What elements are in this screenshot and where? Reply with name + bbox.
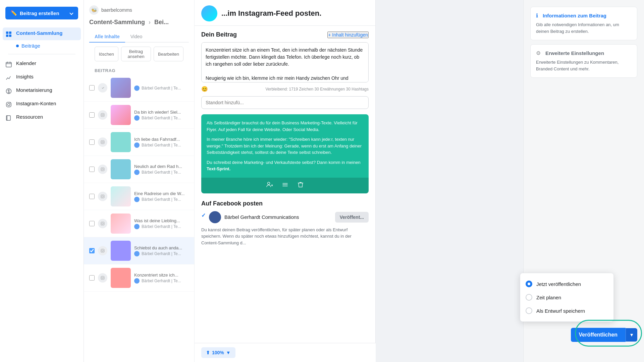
tab-video[interactable]: Video [125, 31, 148, 43]
sidebar-item-kalender[interactable]: Kalender [3, 58, 81, 70]
action-bar: löschen Beitrag ansehen Bearbeiten [89, 47, 189, 65]
post-checkbox[interactable] [89, 167, 95, 172]
sidebar: ✏️ Beitrag erstellen Content-Sammlung Be… [0, 0, 84, 362]
post-title: Konzentriert sitze ich... [134, 273, 189, 278]
publish-option-entwurf[interactable]: Als Entwurf speichern [520, 304, 613, 317]
platform-icon [98, 219, 107, 228]
publish-dropdown-button[interactable]: ▼ [626, 328, 637, 342]
active-dot [16, 45, 19, 47]
create-post-button[interactable]: ✏️ Beitrag erstellen [5, 7, 78, 19]
post-avatar [134, 85, 140, 91]
svg-point-24 [267, 182, 270, 184]
list-item[interactable]: Da bin ich wieder! Siel... Bärbel Gerhar… [84, 102, 194, 129]
sidebar-subitem-beitrage[interactable]: Beiträge [3, 41, 81, 51]
delete-card-button[interactable] [297, 181, 304, 190]
post-avatar [134, 115, 140, 121]
post-checkbox[interactable] [89, 139, 95, 145]
publish-entwurf-label: Als Entwurf speichern [536, 308, 585, 314]
list-item[interactable]: Was ist deine Liebling... Bärbel Gerhard… [84, 210, 194, 237]
sidebar-item-ressourcen[interactable]: Ressourcen [3, 111, 81, 124]
post-checkbox[interactable] [89, 85, 95, 90]
post-meta: Bärbel Gerhardt | Te... [134, 85, 189, 91]
svg-rect-4 [6, 62, 11, 67]
svg-rect-18 [101, 222, 104, 225]
svg-point-23 [102, 277, 104, 279]
breadcrumb: Content-Sammlung › Bei... [89, 19, 189, 26]
inhalt-hinzufuegen-button[interactable]: + Inhalt hinzufügen [327, 32, 369, 38]
content-list: 🐝 baerbelcomms Content-Sammlung › Bei...… [84, 0, 195, 362]
list-item[interactable]: Ich liebe das Fahrradf... Bärbel Gerhard… [84, 129, 194, 156]
post-checkbox[interactable] [89, 275, 95, 281]
fb-veroeffentlichen-button[interactable]: Veröffent... [335, 212, 369, 223]
svg-point-8 [10, 103, 11, 104]
post-info: Da bin ich wieder! Siel... Bärbel Gerhar… [134, 110, 189, 121]
platform-icon [98, 83, 107, 93]
settings-section-header: ⚙ Erweiterte Einstellungen [536, 50, 632, 56]
book-icon [5, 115, 12, 121]
list-item[interactable]: Konzentriert sitze ich... Bärbel Gerhard… [84, 264, 194, 292]
svg-rect-14 [101, 168, 104, 171]
post-text-area[interactable]: Konzentriert sitze ich an einem Text, de… [201, 42, 369, 82]
post-thumbnail [111, 186, 131, 206]
post-checkbox[interactable] [89, 221, 95, 226]
reorder-button[interactable] [281, 181, 289, 190]
dollar-icon [5, 88, 12, 95]
teal-preview-card: Als Selbständiger brauchst du für dein B… [201, 114, 369, 193]
svg-point-11 [102, 114, 104, 116]
publish-popup: Jetzt veröffentlichen Zeit planen Als En… [520, 273, 614, 322]
chevron-down-icon [69, 11, 73, 15]
facebook-section: Auf Facebook posten ✓ Bärbel Gerhardt Co… [201, 200, 369, 246]
publish-button[interactable]: Veröffentlichen [571, 328, 626, 342]
publish-action-row: Veröffentlichen ▼ [571, 328, 637, 342]
post-thumbnail [111, 105, 131, 125]
post-avatar [134, 142, 140, 148]
text-remaining: Verbleibend: 1719 Zeichen 30 Erwähnungen… [265, 87, 369, 92]
tag-people-button[interactable] [266, 181, 273, 190]
post-checkbox[interactable] [89, 112, 95, 118]
post-thumbnail [111, 214, 131, 234]
publish-option-jetzt[interactable]: Jetzt veröffentlichen [520, 277, 613, 291]
fb-section-title: Auf Facebook posten [201, 200, 369, 207]
list-item[interactable]: Neulich auf dem Rad h... Bärbel Gerhardt… [84, 156, 194, 183]
post-title: Schiebst du auch anda... [134, 245, 189, 250]
editor-avatar [201, 5, 217, 21]
info-section: ℹ Informationen zum Beitrag Gib alle not… [530, 7, 637, 40]
beitrag-ansehen-button[interactable]: Beitrag ansehen [121, 47, 151, 61]
svg-rect-0 [6, 32, 8, 34]
publish-option-zeit[interactable]: Zeit planen [520, 291, 613, 304]
bearbeiten-button[interactable]: Bearbeiten [154, 47, 183, 61]
edit-icon: ✏️ [11, 10, 17, 16]
column-header: Beitrag [89, 65, 189, 74]
post-info: Schiebst du auch anda... Bärbel Gerhardt… [134, 245, 189, 256]
sidebar-item-instagram-konten[interactable]: Instagram-Konten [3, 98, 81, 111]
sidebar-item-label: Content-Sammlung [16, 30, 62, 36]
list-item[interactable]: Eine Radreise um die W... Bärbel Gerhard… [84, 183, 194, 210]
location-input[interactable] [201, 96, 369, 109]
platform-icon [98, 273, 107, 283]
post-meta: Bärbel Gerhardt | Te... [134, 197, 189, 202]
sidebar-item-content-sammlung[interactable]: Content-Sammlung [3, 27, 81, 40]
sidebar-item-insights[interactable]: Insights [3, 71, 81, 84]
post-info: Bärbel Gerhardt | Te... [134, 85, 189, 91]
sidebar-nav: Content-Sammlung Beiträge Kalender Insig… [0, 27, 84, 124]
platform-icon [98, 246, 107, 255]
settings-section: ⚙ Erweiterte Einstellungen Erweiterte Ei… [530, 44, 637, 78]
post-info: Ich liebe das Fahrradf... Bärbel Gerhard… [134, 137, 189, 148]
sidebar-item-monetarisierung[interactable]: Monetarisierung [3, 84, 81, 97]
post-checkbox[interactable] [89, 194, 95, 199]
loeschen-button[interactable]: löschen [95, 47, 118, 61]
post-info: Konzentriert sitze ich... Bärbel Gerhard… [134, 273, 189, 284]
post-meta: Bärbel Gerhardt | Te... [134, 278, 189, 284]
post-meta: Bärbel Gerhardt | Te... [134, 251, 189, 256]
emoji-button[interactable]: 😊 [201, 86, 208, 92]
post-avatar [134, 197, 140, 202]
info-icon: ℹ [536, 12, 538, 19]
post-editor: ...im Instagram-Feed posten. Dein Beitra… [195, 0, 376, 362]
list-item[interactable]: Bärbel Gerhardt | Te... [84, 74, 194, 102]
tab-alle-inhalte[interactable]: Alle Inhalte [89, 31, 125, 43]
chevron-down-icon: ▼ [226, 350, 231, 355]
quality-button[interactable]: ⬆ 100% ▼ [201, 347, 235, 358]
post-info: Eine Radreise um die W... Bärbel Gerhard… [134, 191, 189, 202]
post-checkbox[interactable] [89, 248, 95, 253]
list-item[interactable]: Schiebst du auch anda... Bärbel Gerhardt… [84, 237, 194, 264]
